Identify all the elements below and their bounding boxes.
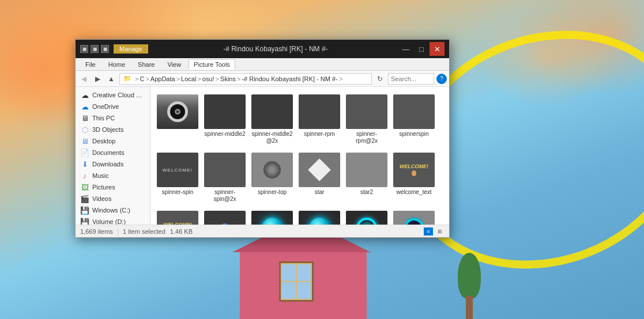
drive-d-icon: 💾 (80, 218, 89, 225)
sidebar: ☁ Creative Cloud Files ☁ OneDrive 🖥 This… (76, 87, 150, 225)
file-item-spinner-middle-partial[interactable] (155, 92, 200, 147)
address-path[interactable]: 📁 > C > AppData > Local > osu! > Skins >… (119, 73, 372, 85)
status-left: 1,669 items 1 item selected 1.46 KB (80, 228, 193, 235)
details-view-button[interactable]: ≡ (424, 227, 433, 236)
ribbon-tab-view[interactable]: View (162, 59, 186, 70)
title-icon-3: ◼ (101, 45, 109, 53)
tiles-view-button[interactable]: ⊞ (435, 227, 445, 236)
status-divider (118, 228, 118, 235)
sidebar-item-music[interactable]: ♪ Music (76, 170, 150, 181)
file-item-cursortrail[interactable]: cursortrail (297, 208, 342, 225)
file-item-star2[interactable]: star2 (344, 150, 389, 206)
search-input[interactable] (388, 73, 434, 85)
title-controls: — □ ✕ (398, 42, 445, 56)
file-item-spinner-rpm[interactable]: spinner-rpm (297, 92, 342, 147)
drive-c-icon: 💾 (80, 206, 89, 214)
palm-tree (458, 253, 481, 319)
close-button[interactable]: ✕ (430, 42, 445, 56)
sidebar-label: Desktop (92, 138, 115, 145)
file-thumb (204, 94, 246, 129)
file-thumb (251, 211, 293, 225)
ribbon-tab-home[interactable]: Home (103, 59, 130, 70)
sidebar-item-this-pc[interactable]: 🖥 This PC (76, 112, 150, 124)
path-osu[interactable]: osu! (202, 75, 214, 82)
sidebar-label: Windows (C:) (92, 207, 130, 214)
sidebar-item-documents[interactable]: 📄 Documents (76, 147, 150, 158)
refresh-button[interactable]: ↻ (374, 73, 386, 85)
sidebar-item-videos[interactable]: 🎬 Videos (76, 193, 150, 204)
sidebar-item-pictures[interactable]: 🖼 Pictures (76, 181, 150, 193)
content-area: ☁ Creative Cloud Files ☁ OneDrive 🖥 This… (76, 87, 449, 225)
file-item-welcome-text[interactable]: WELCOME! welcome_text (391, 150, 436, 206)
file-item-spinner-top[interactable]: spinner-top (250, 150, 295, 206)
path-local[interactable]: Local (181, 75, 196, 82)
tiles-view-icon: ⊞ (438, 229, 442, 234)
forward-button[interactable]: ▶ (92, 73, 103, 85)
back-button[interactable]: ◀ (78, 73, 89, 85)
ribbon-tab-share[interactable]: Share (133, 59, 160, 70)
window-pane (297, 282, 311, 299)
file-thumb (299, 153, 340, 187)
window-title: -# Rindou Kobayashi [RK] - NM #- (153, 45, 398, 53)
sidebar-item-downloads[interactable]: ⬇ Downloads (76, 158, 150, 170)
sidebar-item-volume-d[interactable]: 💾 Volume (D:) (76, 216, 150, 225)
path-c[interactable]: C (140, 75, 144, 82)
cursor-preview (404, 218, 424, 225)
sidebar-label: Creative Cloud Files (92, 92, 145, 98)
help-button[interactable]: ? (436, 74, 447, 84)
manage-button[interactable]: Manage (114, 44, 148, 54)
path-skin-name[interactable]: -# Rindou Kobayashi [RK] - NM #- (242, 75, 337, 82)
sidebar-item-onedrive[interactable]: ☁ OneDrive (76, 101, 150, 112)
file-thumb (299, 211, 340, 225)
path-appdata[interactable]: AppData (150, 75, 175, 82)
status-right: ≡ ⊞ (424, 227, 445, 236)
file-item-cursor-2x[interactable]: cursor@2x (344, 208, 389, 225)
maximize-button[interactable]: □ (414, 42, 429, 56)
file-thumb (346, 153, 387, 187)
file-name: spinner-top (258, 189, 287, 196)
sidebar-label: Documents (92, 149, 125, 156)
file-item-cursor-smoke[interactable]: cursor-smoke (202, 208, 247, 225)
sidebar-item-creative-cloud[interactable]: ☁ Creative Cloud Files (76, 89, 150, 101)
videos-icon: 🎬 (80, 195, 89, 203)
welcome-preview-text: WELCOME! (400, 164, 429, 169)
sidebar-label: OneDrive (92, 103, 119, 110)
file-name: spinner-spin@2x (204, 189, 246, 203)
sidebar-label: Downloads (92, 161, 123, 168)
minimize-button[interactable]: — (398, 42, 413, 56)
up-button[interactable]: ▲ (106, 73, 117, 85)
selected-info: 1 item selected (123, 228, 165, 235)
file-item-spinner-middle2[interactable]: spinner-middle2 (202, 92, 247, 147)
file-item-welcome-text-2x[interactable]: WELCOME! welcome_text@2x (155, 208, 200, 225)
file-item-spinner-middle2-2x[interactable]: spinner-middle2 @2x (250, 92, 295, 147)
file-item-spinner-rpm-2x[interactable]: spinner-rpm@2x (344, 92, 389, 147)
ribbon-tab-file[interactable]: File (80, 59, 101, 70)
window-pane (282, 264, 296, 281)
pictures-icon: 🖼 (80, 183, 89, 191)
sidebar-label: Videos (92, 195, 111, 202)
file-name: star (315, 189, 325, 196)
file-item-cursortrail-2x[interactable]: cursortrail@2x (250, 208, 295, 225)
file-item-star[interactable]: star (297, 150, 342, 206)
welcome-preview-text2: WELCOME! (163, 222, 192, 225)
file-name: spinner-rpm (304, 131, 334, 138)
file-item-spinner-spin-2x[interactable]: spinner-spin@2x (202, 150, 247, 206)
ribbon-tab-picture-tools[interactable]: Picture Tools (189, 59, 235, 70)
file-name: spinner-middle2 (204, 131, 245, 138)
file-area[interactable]: spinner-middle2 spinner-middle2 @2x spin… (150, 87, 449, 225)
downloads-icon: ⬇ (80, 160, 89, 168)
file-name: spinner-middle2 @2x (251, 131, 293, 145)
desktop-icon: 🖥 (80, 137, 89, 145)
file-thumb (157, 94, 198, 129)
file-item-cursor[interactable]: cursor (391, 208, 436, 225)
title-icon-1: ◼ (80, 45, 88, 53)
this-pc-icon: 🖥 (80, 114, 89, 122)
sidebar-item-3d-objects[interactable]: ⬡ 3D Objects (76, 124, 150, 135)
empty-slot (439, 92, 449, 147)
file-item-spinnerspin[interactable]: spinnerspin (391, 92, 436, 147)
sidebar-item-desktop[interactable]: 🖥 Desktop (76, 135, 150, 147)
path-skins[interactable]: Skins (220, 75, 236, 82)
3d-objects-icon: ⬡ (80, 126, 89, 134)
sidebar-item-windows-c[interactable]: 💾 Windows (C:) (76, 204, 150, 216)
file-item-spinner-spin[interactable]: WELCOME! spinner-spin (155, 150, 200, 206)
